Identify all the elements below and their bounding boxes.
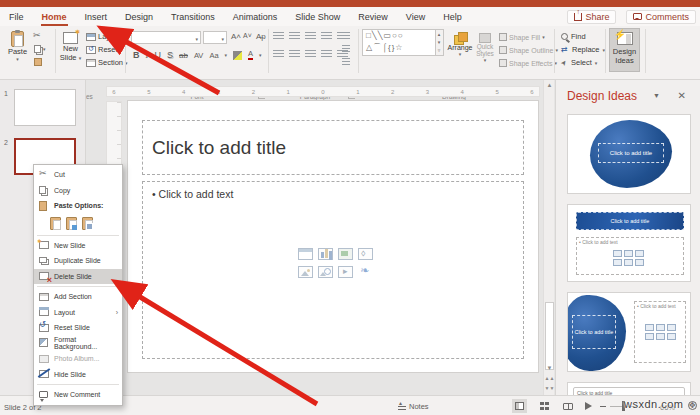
section-button[interactable]: Section▾ <box>86 58 128 67</box>
vertical-scrollbar[interactable]: ▲ ▼ ▲▲ ▼▼ <box>543 80 554 395</box>
paste-use-theme-icon[interactable] <box>50 217 61 230</box>
copy-button[interactable]: ▾ <box>34 45 46 53</box>
slide-canvas[interactable]: Click to add title • Click to add text <box>128 101 538 372</box>
numbering-button[interactable] <box>289 32 300 40</box>
shapes-gallery-scroll[interactable]: ▴▾▿ <box>435 30 443 55</box>
change-case-button[interactable]: Aa <box>209 51 218 60</box>
replace-button[interactable]: ⇄Replace▾ <box>561 45 605 54</box>
menu-item-new-comment[interactable]: New Comment <box>34 387 122 403</box>
menu-item-reset-slide[interactable]: Reset Slide <box>34 320 122 336</box>
shapes-gallery[interactable]: □╲╲▭○○ △⌒⌠{}☆ ▴▾▿ <box>362 29 444 56</box>
clear-formatting-button[interactable]: A̶p <box>256 32 266 41</box>
paste-picture-icon[interactable] <box>82 217 93 230</box>
italic-button[interactable]: I <box>146 50 149 60</box>
align-center-button[interactable] <box>289 50 300 58</box>
tab-review[interactable]: Review <box>349 7 397 26</box>
insert-stock-image-icon[interactable] <box>318 266 333 278</box>
shape-outline-button[interactable]: Shape Outline▾ <box>499 46 558 54</box>
notes-button[interactable]: Notes <box>398 402 429 411</box>
format-painter-button[interactable] <box>34 58 42 66</box>
text-highlight-button[interactable] <box>233 51 242 60</box>
design-ideas-menu-icon[interactable]: ▼ <box>653 92 660 99</box>
increase-indent-button[interactable] <box>321 32 332 40</box>
design-suggestion-2[interactable]: Click to add title • Click to add text <box>567 204 691 282</box>
underline-button[interactable]: U <box>155 50 162 60</box>
paste-keep-formatting-icon[interactable] <box>66 217 77 230</box>
bold-button[interactable]: B <box>133 50 140 60</box>
menu-item-delete-slide[interactable]: Delete Slide <box>34 269 122 285</box>
menu-item-new-slide[interactable]: New Slide <box>34 238 122 254</box>
design-suggestion-1[interactable]: Click to add title <box>567 114 691 194</box>
menu-item-layout[interactable]: Layout› <box>34 305 122 321</box>
slide-thumbnail-1[interactable] <box>14 89 76 126</box>
font-size-combo[interactable]: ▾ <box>203 31 227 44</box>
justify-button[interactable] <box>321 50 332 58</box>
tab-view[interactable]: View <box>397 7 434 26</box>
menu-item-add-section[interactable]: Add Section <box>34 289 122 305</box>
normal-view-button[interactable] <box>512 399 527 413</box>
tab-insert[interactable]: Insert <box>76 7 117 26</box>
grow-font-button[interactable]: A˄ <box>231 32 241 41</box>
tab-home[interactable]: Home <box>33 7 76 26</box>
font-name-combo[interactable]: ▾ <box>131 31 201 44</box>
align-left-button[interactable] <box>273 50 284 58</box>
tab-transitions[interactable]: Transitions <box>162 7 224 26</box>
comments-button[interactable]: Comments <box>626 10 696 24</box>
design-suggestion-4[interactable]: Click to add title <box>567 382 691 395</box>
share-button[interactable]: Share <box>567 10 616 24</box>
menu-item-format-background[interactable]: Format Background... <box>34 336 122 352</box>
text-shadow-button[interactable]: S <box>167 50 173 60</box>
design-ideas-button[interactable]: Design Ideas <box>609 28 640 72</box>
arrange-button[interactable]: Arrange ▾ <box>448 29 472 72</box>
cut-button[interactable] <box>33 32 42 41</box>
layout-button[interactable]: Layout▾ <box>86 32 125 41</box>
decrease-indent-button[interactable] <box>305 32 316 40</box>
strikethrough-button[interactable]: ab <box>179 51 188 60</box>
tab-file[interactable]: File <box>0 7 33 26</box>
menu-item-duplicate-slide[interactable]: Duplicate Slide <box>34 253 122 269</box>
tab-design[interactable]: Design <box>116 7 162 26</box>
align-right-button[interactable] <box>305 50 316 58</box>
slide-show-button[interactable] <box>581 399 596 413</box>
quick-styles-button[interactable]: Quick Styles ▾ <box>473 29 497 72</box>
insert-3d-model-icon[interactable] <box>358 248 373 260</box>
reading-view-button[interactable] <box>560 399 575 413</box>
find-button[interactable]: Find <box>561 32 586 41</box>
menu-item-hide-slide[interactable]: Hide Slide <box>34 367 122 383</box>
font-color-button[interactable]: A <box>248 50 253 60</box>
shape-fill-button[interactable]: Shape Fill▾ <box>499 33 545 41</box>
insert-smartart-icon[interactable] <box>338 248 353 260</box>
insert-chart-icon[interactable] <box>318 248 333 260</box>
insert-table-icon[interactable] <box>298 248 313 260</box>
design-ideas-close-icon[interactable]: ✕ <box>678 90 686 101</box>
shape-effects-button[interactable]: Shape Effects▾ <box>499 59 557 67</box>
insert-video-icon[interactable] <box>338 266 353 278</box>
body-placeholder[interactable]: • Click to add text <box>142 181 524 359</box>
bullets-button[interactable] <box>273 32 284 40</box>
scrollbar-thumb[interactable] <box>545 302 554 370</box>
tab-slide-show[interactable]: Slide Show <box>286 7 349 26</box>
menu-item-copy[interactable]: Copy <box>34 183 122 199</box>
next-slide-icon[interactable]: ▼▼ <box>544 384 555 393</box>
tab-animations[interactable]: Animations <box>224 7 287 26</box>
previous-slide-icon[interactable]: ▲▲ <box>544 374 555 383</box>
convert-smartart-button[interactable] <box>342 58 350 66</box>
character-spacing-button[interactable]: AV <box>194 51 203 60</box>
select-button[interactable]: Select▾ <box>561 58 597 67</box>
title-placeholder[interactable]: Click to add title <box>142 120 524 175</box>
align-text-button[interactable] <box>342 45 350 53</box>
shrink-font-button[interactable]: A˅ <box>243 32 252 39</box>
text-direction-button[interactable] <box>342 32 350 40</box>
menu-item-cut[interactable]: Cut <box>34 167 122 183</box>
slide-sorter-view-button[interactable] <box>537 399 552 413</box>
menu-item-photo-album[interactable]: Photo Album... <box>34 351 122 367</box>
tab-help[interactable]: Help <box>434 7 471 26</box>
zoom-out-icon[interactable] <box>600 406 606 407</box>
scroll-down-icon[interactable]: ▼ <box>544 363 555 374</box>
new-slide-button[interactable]: New Slide ▾ <box>57 29 84 72</box>
reset-button[interactable]: Reset <box>86 45 118 54</box>
paste-button[interactable]: Paste ▾ <box>4 29 31 72</box>
design-suggestion-3[interactable]: Click to add title • Click to add text <box>567 292 691 372</box>
insert-picture-icon[interactable] <box>298 266 313 278</box>
fit-slide-to-window-icon[interactable] <box>688 401 697 410</box>
